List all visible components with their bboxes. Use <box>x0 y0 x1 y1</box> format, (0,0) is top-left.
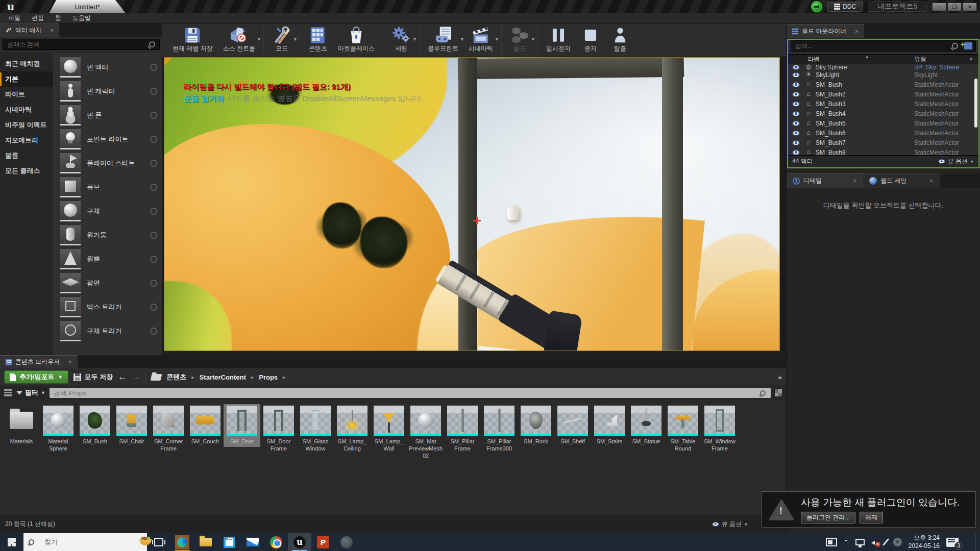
add-import-button[interactable]: 추가/임포트 ▼ <box>4 370 68 384</box>
breadcrumb-콘텐츠[interactable]: 콘텐츠 <box>166 372 186 382</box>
task-view-button[interactable] <box>147 533 170 551</box>
visibility-eye-icon[interactable] <box>792 150 800 155</box>
category-최근 배치됨[interactable]: 최근 배치됨 <box>0 56 53 71</box>
view-options-button[interactable]: 뷰 옵션 <box>948 157 968 166</box>
store-taskbar-button[interactable] <box>217 533 241 551</box>
place-item[interactable]: 플레이어 스타트 <box>60 151 162 175</box>
asset-tile[interactable]: SM_Pillar Frame <box>444 404 481 454</box>
close-icon[interactable]: ✕ <box>68 359 72 365</box>
place-item[interactable]: 포인트 라이트 <box>60 127 162 151</box>
outliner-row[interactable]: ⌂SM_Bush3StaticMeshActor <box>788 99 978 109</box>
category-라이트[interactable]: 라이트 <box>0 87 53 102</box>
outliner-search-box[interactable] <box>791 40 976 52</box>
network-icon[interactable] <box>855 539 865 545</box>
edge-taskbar-button[interactable] <box>170 533 194 551</box>
drag-grip-icon[interactable] <box>150 328 157 335</box>
category-모든 클래스[interactable]: 모든 클래스 <box>0 163 53 179</box>
taskbar-search-box[interactable] <box>23 533 147 551</box>
place-item[interactable]: 원기둥 <box>60 223 162 247</box>
place-item[interactable]: 원뿔 <box>60 247 162 271</box>
asset-tile[interactable]: SM_Corner Frame <box>150 404 187 454</box>
asset-tile[interactable]: Material Sphere <box>40 404 77 454</box>
asset-tile[interactable]: SM_Mat PreviewMesh 02 <box>407 404 444 461</box>
toolbar-modes-button[interactable]: 모드▼ <box>267 23 297 57</box>
close-button[interactable]: ✕ <box>963 3 977 11</box>
filter-button[interactable]: 필터 ▼ <box>16 388 45 397</box>
menu-item-도움말[interactable]: 도움말 <box>67 13 96 23</box>
asset-tile[interactable]: Materials <box>3 404 40 447</box>
visibility-eye-icon[interactable] <box>792 121 800 126</box>
view-options-button[interactable]: 뷰 옵션 <box>722 520 742 529</box>
chrome-taskbar-button[interactable] <box>264 533 288 551</box>
asset-tile[interactable]: SM_Chair <box>113 404 150 447</box>
toolbar-settings-button[interactable]: 세팅▼ <box>386 23 416 57</box>
tab-place-actors[interactable]: 액터 배치✕ <box>0 23 59 37</box>
toolbar-pause-button[interactable]: 일시정지 <box>541 23 576 57</box>
category-비주얼 이펙트[interactable]: 비주얼 이펙트 <box>0 117 53 133</box>
toolbar-content-button[interactable]: 콘텐츠 <box>303 23 333 57</box>
sources-panel-icon[interactable] <box>4 389 12 396</box>
chevron-down-icon[interactable]: ▼ <box>412 37 417 42</box>
visibility-eye-icon[interactable] <box>792 131 800 136</box>
saved-filters-icon[interactable] <box>775 389 782 396</box>
class-search-box[interactable] <box>3 39 160 50</box>
visibility-eye-icon[interactable] <box>792 65 800 70</box>
place-item[interactable]: 큐브 <box>60 175 162 199</box>
toolbar-source-button[interactable]: 소스 컨트롤▼ <box>218 23 260 57</box>
pen-icon[interactable] <box>882 538 889 546</box>
chevron-down-icon[interactable]: ▼ <box>495 37 499 42</box>
asset-tile[interactable]: SM_Window Frame <box>701 404 738 454</box>
outliner-row[interactable]: ⌂SM_Bush8StaticMeshActor <box>788 147 978 155</box>
close-icon[interactable]: ✕ <box>929 178 934 184</box>
lock-icon[interactable]: 🔒︎ <box>778 373 782 381</box>
drag-grip-icon[interactable] <box>150 136 157 143</box>
place-item[interactable]: 구체 트리거 <box>60 319 162 343</box>
taskbar-search-input[interactable] <box>43 538 135 546</box>
outliner-search-input[interactable] <box>791 42 952 49</box>
tab-details[interactable]: i 디테일✕ <box>787 173 863 188</box>
toolbar-build-button[interactable]: 빌드▼ <box>505 23 534 57</box>
drag-grip-icon[interactable] <box>150 88 157 95</box>
powerpoint-taskbar-button[interactable]: P <box>311 533 335 551</box>
close-icon[interactable]: ✕ <box>853 178 857 184</box>
outliner-row[interactable]: ⌂SM_BushStaticMeshActor <box>788 80 978 89</box>
action-center-button[interactable]: 3 <box>946 538 959 547</box>
level-tab[interactable]: Untitled* <box>49 0 126 13</box>
taskbar-clock[interactable]: 오후 3:24 2024-05-16 <box>909 534 940 550</box>
type-filter-icon[interactable]: ▼ <box>969 57 973 62</box>
toolbar-save-button[interactable]: 현재 레벨 저장 <box>167 23 218 57</box>
toolbar-cinematic-button[interactable]: 시네마틱▼ <box>463 23 498 57</box>
place-item[interactable]: 빈 폰 <box>60 103 162 127</box>
menu-item-파일[interactable]: 파일 <box>3 13 26 23</box>
manage-plugins-button[interactable]: 플러그인 관리... <box>801 512 855 523</box>
asset-tile[interactable]: SM_Statue <box>628 404 665 447</box>
toolbar-eject-button[interactable]: 탈출 <box>605 23 635 57</box>
chevron-down-icon[interactable]: ▼ <box>257 37 261 42</box>
start-button[interactable] <box>0 533 23 551</box>
visibility-eye-icon[interactable] <box>792 102 800 107</box>
toolbar-stop-button[interactable]: 중지 <box>576 23 605 57</box>
category-지오메트리[interactable]: 지오메트리 <box>0 133 53 148</box>
drag-grip-icon[interactable] <box>150 184 157 191</box>
breadcrumb-StarterContent[interactable]: StarterContent <box>200 373 246 381</box>
category-기본[interactable]: 기본 <box>0 71 53 87</box>
visibility-eye-icon[interactable] <box>792 72 800 78</box>
outliner-scrollbar[interactable] <box>974 79 977 128</box>
tab-world-outliner[interactable]: 월드 아웃라이너✕ <box>787 24 864 38</box>
add-level-icon[interactable] <box>964 42 972 49</box>
tray-expand-icon[interactable]: ⌃ <box>844 539 849 546</box>
outliner-row[interactable]: ⌂SM_Bush5StaticMeshActor <box>788 118 978 128</box>
unreal-taskbar-button[interactable]: u <box>288 533 311 551</box>
show-desktop-button[interactable] <box>975 533 978 551</box>
outliner-row[interactable]: ⌂SM_Bush7StaticMeshActor <box>788 138 978 147</box>
asset-tile[interactable]: SM_Rock <box>518 404 554 447</box>
widgets-news-icon[interactable] <box>826 538 837 546</box>
outliner-row[interactable]: ☀SkyLightSkyLight <box>788 70 978 80</box>
place-item[interactable]: 빈 액터 <box>60 55 162 79</box>
close-icon[interactable]: ✕ <box>50 28 54 33</box>
outliner-row[interactable]: ◍Sky SphereBP_Sky_Sphere <box>788 64 978 70</box>
tray-x-icon[interactable]: ✕ <box>893 538 902 546</box>
asset-tile[interactable]: SM_Lamp_ Ceiling <box>334 404 371 454</box>
place-item[interactable]: 박스 트리거 <box>60 295 162 319</box>
drag-grip-icon[interactable] <box>150 256 157 263</box>
